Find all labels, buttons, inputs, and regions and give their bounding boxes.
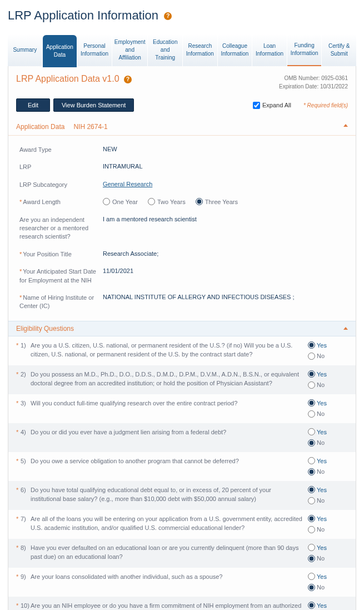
- question-row: *6)Do you have total qualifying educatio…: [8, 481, 356, 510]
- help-icon[interactable]: ?: [164, 12, 172, 20]
- page-title: LRP Application Information ?: [8, 8, 356, 23]
- label-position: *Your Position Title: [19, 250, 103, 259]
- tab-colleague[interactable]: Colleague Information: [218, 34, 252, 66]
- question-text: Do you or did you ever have a judgment l…: [31, 428, 308, 448]
- tab-employment[interactable]: Employment and Affiliation: [112, 34, 148, 66]
- tab-education[interactable]: Education and Training: [148, 34, 182, 66]
- label-award-length: *Award Length: [19, 198, 103, 206]
- value-start-date: 11/01/2021: [103, 267, 345, 274]
- edit-button[interactable]: Edit: [16, 98, 50, 112]
- question-answer: Yes No: [308, 601, 348, 610]
- question-text: Do you owe a service obligation to anoth…: [31, 457, 308, 477]
- question-text: Will you conduct full-time qualifying re…: [31, 399, 308, 419]
- value-researcher: I am a mentored research scientist: [103, 216, 345, 222]
- question-answer: Yes No: [308, 485, 348, 505]
- question-number: 8): [21, 543, 31, 563]
- question-row: *2)Do you possess an M.D., Ph.D., D.O., …: [8, 365, 356, 394]
- tab-summary[interactable]: Summary: [8, 34, 42, 66]
- question-text: Do you have total qualifying educational…: [31, 485, 308, 505]
- question-number: 5): [21, 457, 31, 477]
- collapse-icon[interactable]: [343, 327, 348, 330]
- question-number: 9): [21, 572, 31, 592]
- breadcrumb: Application DataNIH 2674-1: [8, 118, 356, 136]
- collapse-icon[interactable]: [343, 124, 348, 127]
- help-icon[interactable]: ?: [124, 76, 132, 83]
- value-award-type: NEW: [103, 146, 345, 152]
- question-row: *10)Are you an NIH employee or do you ha…: [8, 597, 356, 610]
- question-row: *1)Are you a U.S. citizen, U.S. national…: [8, 336, 356, 365]
- expand-all-checkbox[interactable]: Expand All: [253, 102, 291, 109]
- question-answer: Yes No: [308, 341, 348, 361]
- label-researcher: Are you an independent researcher or a m…: [19, 216, 103, 241]
- question-row: *7)Are all of the loans you will be ente…: [8, 510, 356, 539]
- question-answer: Yes No: [308, 514, 348, 534]
- value-position: Research Associate;: [103, 250, 345, 257]
- question-answer: Yes No: [308, 428, 348, 448]
- tab-research[interactable]: Research Information: [183, 34, 217, 66]
- question-row: *3)Will you conduct full-time qualifying…: [8, 394, 356, 423]
- question-text: Are all of the loans you will be enterin…: [31, 514, 308, 534]
- required-note: * Required field(s): [303, 102, 348, 108]
- question-number: 4): [21, 428, 31, 448]
- label-start-date: *Your Anticipated Start Date for Employm…: [19, 267, 103, 285]
- question-row: *8)Have you ever defaulted on an educati…: [8, 539, 356, 568]
- value-subcategory: General Research: [103, 181, 345, 187]
- question-row: *5)Do you owe a service obligation to an…: [8, 452, 356, 481]
- label-award-type: Award Type: [19, 146, 103, 154]
- question-answer: Yes No: [308, 399, 348, 419]
- question-text: Do you possess an M.D., Ph.D., D.O., D.D…: [31, 370, 308, 390]
- value-institute: NATIONAL INSTITUTE OF ALLERGY AND INFECT…: [103, 294, 345, 300]
- question-number: 3): [21, 399, 31, 419]
- question-number: 1): [21, 341, 31, 361]
- panel-meta: OMB Number: 0925-0361 Expiration Date: 1…: [279, 74, 348, 91]
- tab-loan[interactable]: Loan Information: [252, 34, 287, 66]
- tab-application-data[interactable]: Application Data: [43, 35, 77, 67]
- question-text: Are you a U.S. citizen, U.S. national, o…: [31, 341, 308, 361]
- question-text: Are your loans consolidated with another…: [31, 572, 308, 592]
- label-subcategory: LRP Subcategory: [19, 181, 103, 189]
- question-answer: Yes No: [308, 543, 348, 563]
- question-text: Are you an NIH employee or do you have a…: [31, 601, 308, 610]
- question-number: 10): [21, 601, 31, 610]
- question-row: *4)Do you or did you ever have a judgmen…: [8, 423, 356, 452]
- tabs: Summary Application Data Personal Inform…: [8, 34, 356, 67]
- question-answer: Yes No: [308, 370, 348, 390]
- question-answer: Yes No: [308, 572, 348, 592]
- question-number: 6): [21, 485, 31, 505]
- label-lrp: LRP: [19, 163, 103, 171]
- panel: LRP Application Data v1.0 ? OMB Number: …: [8, 66, 356, 610]
- value-lrp: INTRAMURAL: [103, 163, 345, 170]
- eligibility-header: Eligibility Questions: [8, 321, 356, 336]
- tab-certify[interactable]: Certify & Submit: [322, 34, 356, 66]
- question-text: Have you ever defaulted on an educationa…: [31, 543, 308, 563]
- question-number: 2): [21, 370, 31, 390]
- view-burden-button[interactable]: View Burden Statement: [53, 98, 134, 112]
- question-number: 7): [21, 514, 31, 534]
- label-institute: *Name of Hiring Institute or Center (IC): [19, 294, 103, 311]
- panel-title: LRP Application Data v1.0 ?: [16, 74, 132, 84]
- question-answer: Yes No: [308, 457, 348, 477]
- tab-funding[interactable]: Funding Information: [287, 34, 322, 66]
- award-length-radios: One Year Two Years Three Years: [103, 198, 345, 205]
- tab-personal[interactable]: Personal Information: [77, 34, 112, 66]
- question-row: *9)Are your loans consolidated with anot…: [8, 568, 356, 597]
